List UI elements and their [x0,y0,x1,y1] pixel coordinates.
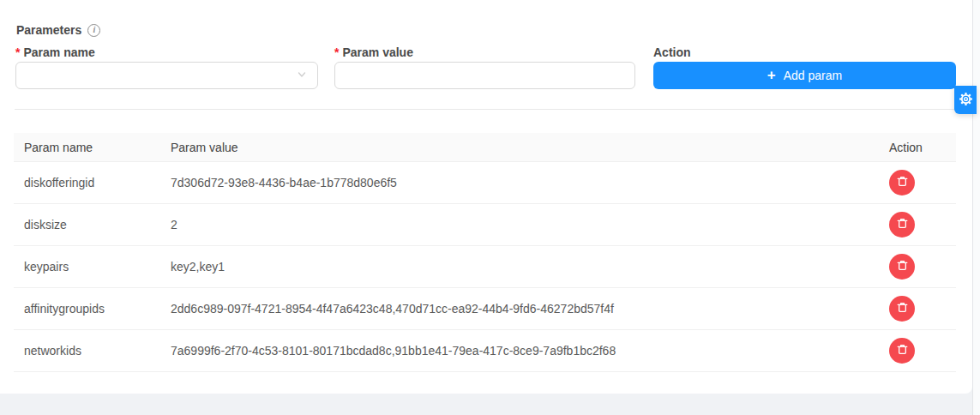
action-cell [879,338,956,364]
column-header-param-value: Param value [171,141,879,154]
info-icon[interactable]: i [87,24,100,37]
param-name-cell: keypairs [14,260,171,274]
delete-param-button[interactable] [889,254,915,280]
trash-icon [896,301,909,316]
param-value-cell: 7a6999f6-2f70-4c53-8101-80171bcdad8c,91b… [171,344,879,358]
action-label: Action [653,45,956,59]
trash-icon [896,343,909,358]
param-value-cell: 2dd6c989-097f-4721-8954-4f47a6423c48,470… [171,302,879,316]
table-row: affinitygroupids 2dd6c989-097f-4721-8954… [14,288,956,330]
table-row: diskofferingid 7d306d72-93e8-4436-b4ae-1… [14,162,956,204]
action-cell [879,254,956,280]
trash-icon [896,175,909,190]
column-header-action: Action [879,141,956,154]
page-footer [0,394,972,415]
trash-icon [896,259,909,274]
param-value-cell: 2 [171,218,879,232]
plus-icon: + [767,68,776,82]
action-field: Action + Add param [653,45,956,89]
param-value-field: * Param value [334,45,635,89]
param-value-cell: 7d306d72-93e8-4436-b4ae-1b778d80e6f5 [171,176,879,189]
delete-param-button[interactable] [889,212,915,238]
trash-icon [896,217,909,232]
param-value-cell: key2,key1 [171,260,879,274]
param-name-select[interactable] [15,62,318,89]
param-name-cell: affinitygroupids [14,302,171,316]
add-param-button-label: Add param [784,69,842,82]
column-header-param-name: Param name [14,141,171,154]
add-param-button[interactable]: + Add param [653,62,956,89]
param-name-cell: disksize [14,218,171,232]
chevron-down-icon [296,69,308,83]
delete-param-button[interactable] [889,338,915,364]
table-row: disksize 2 [14,204,956,246]
scrollbar-track[interactable] [972,0,980,415]
param-name-cell: networkids [14,344,171,358]
action-cell [879,212,956,238]
gear-icon [959,92,973,109]
section-divider [15,109,967,110]
table-header-row: Param name Param value Action [14,133,956,162]
delete-param-button[interactable] [889,296,915,322]
action-cell [879,296,956,322]
parameters-table: Param name Param value Action diskofferi… [14,133,956,372]
parameters-section-title: Parameters i [16,22,100,38]
content-card: Parameters i * Param name * Param value … [0,0,972,394]
delete-param-button[interactable] [889,170,915,195]
param-name-label: * Param name [15,45,318,59]
table-row: keypairs key2,key1 [14,246,956,288]
settings-drawer-handle[interactable] [954,86,977,114]
table-row: networkids 7a6999f6-2f70-4c53-8101-80171… [14,330,956,372]
param-name-cell: diskofferingid [14,176,171,189]
page-title: Parameters [16,23,81,37]
required-asterisk: * [334,45,339,59]
action-cell [879,170,956,195]
param-value-label: * Param value [334,45,635,59]
param-value-input[interactable] [334,62,635,89]
param-name-field: * Param name [15,45,318,89]
required-asterisk: * [15,45,20,59]
